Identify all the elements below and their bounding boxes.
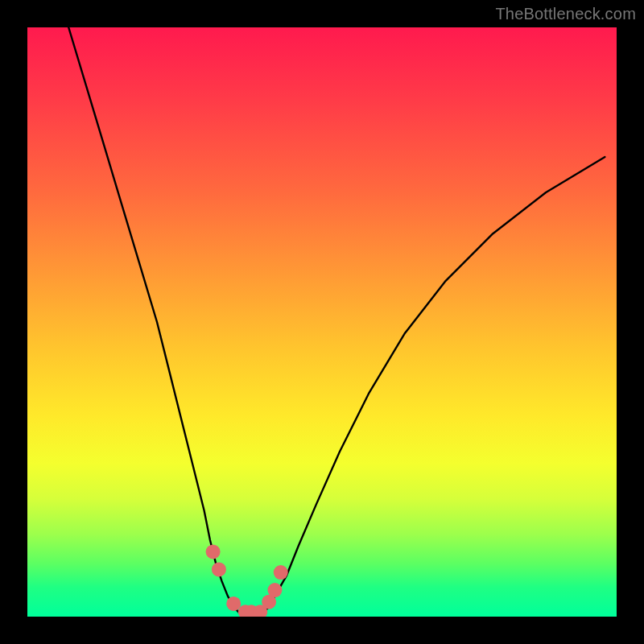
highlight-dot xyxy=(206,544,221,559)
plot-area xyxy=(27,27,617,617)
highlight-dot xyxy=(274,565,288,580)
highlight-dot xyxy=(267,583,282,597)
left-branch xyxy=(68,27,239,613)
watermark-text: TheBottleneck.com xyxy=(495,5,636,23)
right-branch xyxy=(263,157,605,613)
highlight-dot xyxy=(212,562,226,576)
chart-frame: TheBottleneck.com xyxy=(0,0,644,644)
highlight-dot xyxy=(226,597,241,611)
curve-layer xyxy=(27,27,617,617)
